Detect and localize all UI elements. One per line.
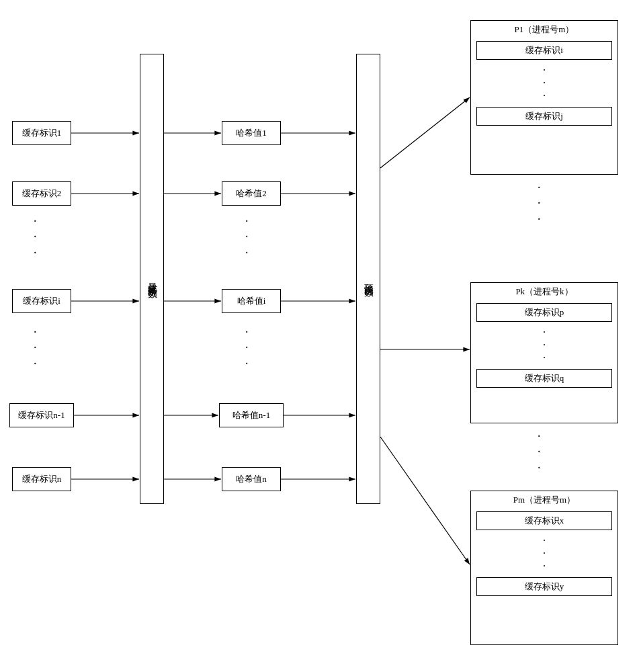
hash-box-1: 哈希值1: [222, 121, 281, 145]
pm-inner-box-y: 缓存标识y: [476, 577, 612, 596]
dots-right-2: ···: [245, 325, 249, 372]
pk-inner-box-q: 缓存标识q: [476, 369, 612, 388]
dots-process-2: ···: [538, 429, 541, 476]
p1-inner-box-j: 缓存标识j: [476, 107, 612, 126]
dots-left-1: ···: [34, 214, 37, 261]
hash-box-n: 哈希值n: [222, 467, 281, 491]
pm-title: Pm（进程号m）: [471, 491, 617, 509]
dots-right-1: ···: [245, 214, 249, 261]
p1-dots: ···: [471, 62, 617, 104]
input-box-1: 缓存标识1: [12, 121, 71, 145]
input-box-n1: 缓存标识n-1: [9, 403, 74, 427]
pm-dots: ···: [471, 533, 617, 575]
diagram-container: 缓存标识1 缓存标识2 ··· 缓存标识i ··· 缓存标识n-1 缓存标识n …: [0, 0, 639, 672]
p1-inner-box-i: 缓存标识i: [476, 41, 612, 60]
preset-bar-label: 预设函数: [356, 54, 380, 504]
hash-box-2: 哈希值2: [222, 181, 281, 206]
dots-process-1: ···: [538, 180, 541, 227]
process-group-p1: P1（进程号m） 缓存标识i ··· 缓存标识j: [470, 20, 618, 175]
input-box-i: 缓存标识i: [12, 289, 71, 313]
process-group-pm: Pm（进程号m） 缓存标识x ··· 缓存标识y: [470, 491, 618, 645]
pk-title: Pk（进程号k）: [471, 283, 617, 300]
p1-title: P1（进程号m）: [471, 21, 617, 38]
pm-inner-box-x: 缓存标识x: [476, 511, 612, 530]
dots-left-2: ···: [34, 325, 37, 372]
hash-box-i: 哈希值i: [222, 289, 281, 313]
input-box-n: 缓存标识n: [12, 467, 71, 491]
pk-dots: ···: [471, 325, 617, 366]
optimal-hash-label: 最优哈希函数: [140, 54, 164, 504]
svg-line-18: [380, 437, 470, 564]
svg-line-16: [380, 97, 470, 168]
process-group-pk: Pk（进程号k） 缓存标识p ··· 缓存标识q: [470, 282, 618, 423]
hash-box-n1: 哈希值n-1: [219, 403, 284, 427]
pk-inner-box-p: 缓存标识p: [476, 303, 612, 322]
input-box-2: 缓存标识2: [12, 181, 71, 206]
